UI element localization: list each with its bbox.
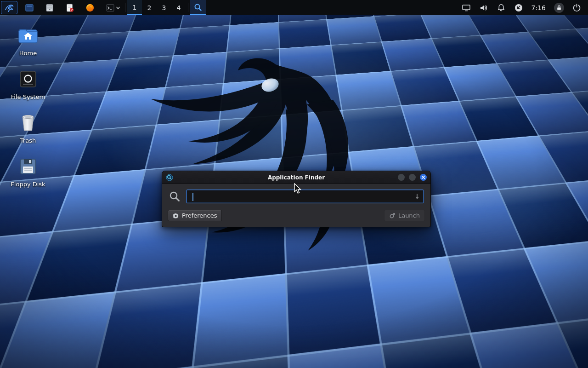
lock-tray-button[interactable] [551, 3, 567, 13]
titlebar[interactable]: Application Finder [162, 171, 430, 184]
workspace-label: 4 [177, 4, 181, 12]
terminal-launcher[interactable] [103, 0, 116, 15]
desktop-icon-label: Trash [20, 137, 36, 144]
workspace-button-4[interactable]: 4 [171, 0, 186, 15]
application-finder-task-icon [194, 3, 202, 12]
network-status-icon [514, 3, 523, 12]
system-tray: 7:16 [458, 0, 588, 15]
desktop-icon-label: Home [19, 50, 37, 57]
history-dropdown-arrow[interactable]: ↓ [412, 193, 420, 200]
desktop-icon-label: Floppy Disk [11, 181, 45, 188]
top-panel: 1 2 3 4 [0, 0, 588, 15]
maximize-button[interactable] [409, 174, 416, 181]
workspace-button-1[interactable]: 1 [127, 0, 142, 15]
launch-button[interactable]: Launch [384, 210, 425, 221]
kali-menu-button[interactable] [1, 1, 17, 14]
file-manager-icon [45, 3, 54, 12]
lock-badge [554, 3, 564, 13]
button-row: Preferences Launch [162, 207, 430, 227]
home-folder-icon [17, 25, 39, 46]
volume-icon [479, 3, 488, 12]
desktop-icon-file-system[interactable]: File System [3, 66, 53, 103]
display-tray-button[interactable] [458, 3, 474, 12]
file-system-drive-icon [17, 69, 39, 90]
firefox-icon [85, 3, 95, 12]
logout-tray-button[interactable] [569, 3, 584, 12]
trash-empty-icon [17, 112, 39, 133]
workspace-button-2[interactable]: 2 [142, 0, 157, 15]
text-caret [192, 193, 193, 201]
search-input[interactable] [190, 193, 412, 200]
bell-icon [497, 3, 506, 12]
window-list-icon [25, 3, 34, 12]
kali-menu-icon [4, 3, 14, 13]
workspace-button-3[interactable]: 3 [157, 0, 171, 15]
search-field[interactable]: ↓ [186, 190, 424, 203]
close-button[interactable] [420, 174, 427, 181]
text-editor-icon [65, 3, 74, 12]
floppy-disk-icon [17, 156, 39, 177]
preferences-button[interactable]: Preferences [168, 210, 222, 221]
search-icon [169, 190, 181, 202]
chevron-down-icon [116, 6, 120, 10]
desktop-icon-floppy-disk[interactable]: Floppy Disk [3, 153, 53, 190]
panel-separator [125, 3, 125, 12]
search-row: ↓ [162, 184, 430, 207]
panel-spacer [206, 0, 458, 15]
desktop-icon-trash[interactable]: Trash [3, 109, 53, 147]
desktop-icon-column: Home File System Trash [3, 22, 53, 190]
taskbar-application-finder-button[interactable] [190, 0, 206, 15]
desktop-icon-home[interactable]: Home [3, 22, 53, 59]
gear-icon [173, 213, 179, 219]
kali-dragon-logo [124, 48, 418, 260]
volume-tray-button[interactable] [476, 3, 492, 12]
minimize-button[interactable] [398, 174, 405, 181]
file-manager-launcher[interactable] [42, 0, 57, 15]
network-status-tray-button[interactable] [511, 3, 526, 12]
terminal-dropdown-button[interactable] [116, 0, 123, 15]
window-title: Application Finder [162, 174, 430, 181]
launch-label: Launch [398, 212, 420, 219]
workspace-label: 2 [147, 4, 152, 12]
firefox-launcher[interactable] [83, 0, 97, 15]
panel-launchers: 1 2 3 4 [0, 0, 206, 15]
lock-icon [556, 5, 562, 11]
logout-power-icon [572, 3, 581, 12]
launch-icon [389, 213, 396, 219]
notifications-tray-button[interactable] [493, 3, 509, 12]
workspace-label: 3 [162, 4, 166, 12]
window-list-launcher[interactable] [22, 0, 37, 15]
panel-separator [188, 3, 188, 12]
panel-clock[interactable]: 7:16 [528, 4, 549, 12]
application-finder-window: Application Finder ↓ P [162, 171, 431, 227]
window-controls [398, 174, 427, 181]
preferences-label: Preferences [182, 212, 217, 219]
close-icon [421, 175, 425, 179]
window-titlebar-magnifier-icon [166, 174, 173, 181]
terminal-icon [106, 3, 115, 12]
display-icon [462, 3, 471, 12]
text-editor-launcher[interactable] [62, 0, 77, 15]
desktop-icon-label: File System [11, 93, 45, 100]
workspace-label: 1 [133, 4, 137, 11]
